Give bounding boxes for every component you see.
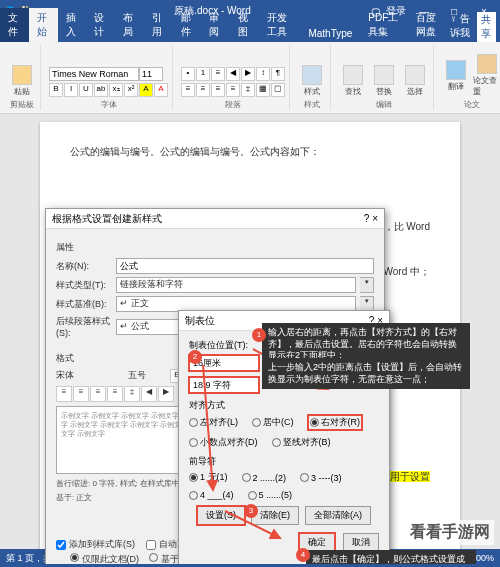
type-label: 样式类型(T): xyxy=(56,279,112,292)
align-decimal-radio[interactable]: 小数点对齐(D) xyxy=(189,436,258,449)
type-select[interactable]: 链接段落和字符 xyxy=(116,277,356,293)
group-clipboard: 粘贴 剪贴板 xyxy=(4,45,41,110)
group-editing: 查找 替换 选择 编辑 xyxy=(335,45,434,110)
set-button[interactable]: 设置(S) xyxy=(197,506,245,525)
line-spacing-button[interactable]: ‡ xyxy=(241,83,255,97)
annotation-badge-4: 4 xyxy=(296,548,310,562)
add-to-gallery-checkbox[interactable] xyxy=(56,540,66,550)
font-name-select[interactable] xyxy=(49,67,139,81)
multilevel-button[interactable]: ≡ xyxy=(211,67,225,81)
numbering-button[interactable]: 1 xyxy=(196,67,210,81)
indent-dec-button[interactable]: ◀ xyxy=(226,67,240,81)
group-styles: 样式 样式 xyxy=(294,45,331,110)
align-center-button[interactable]: ≡ xyxy=(196,83,210,97)
callout-2: 上一步输入2中的距离点击【设置】后，会自动转换显示为制表位字符，无需在意这一点； xyxy=(262,358,470,389)
tab-review[interactable]: 审阅 xyxy=(201,8,230,42)
follow-label: 后续段落样式(S): xyxy=(56,315,112,338)
translate-button[interactable]: 翻译 xyxy=(442,60,470,92)
show-marks-button[interactable]: ¶ xyxy=(271,67,285,81)
leader-1-radio[interactable]: 1 无(1) xyxy=(189,471,228,484)
indent-inc-button[interactable]: ▶ xyxy=(241,67,255,81)
bold-button[interactable]: B xyxy=(49,83,63,97)
tab-insert[interactable]: 插入 xyxy=(58,8,87,42)
tab-mailings[interactable]: 邮件 xyxy=(173,8,202,42)
body-text-line: 公式的编辑与编号。公式的编辑与编号。公式内容如下： xyxy=(70,144,430,159)
select-icon xyxy=(405,65,425,85)
group-extra: 翻译 论文查重 论文 xyxy=(438,45,500,110)
styles-button[interactable]: 样式 xyxy=(298,65,326,97)
format-line-space[interactable]: ‡ xyxy=(124,386,140,402)
tab-developer[interactable]: 开发工具 xyxy=(259,8,301,42)
lunwen-button[interactable]: 论文查重 xyxy=(473,54,500,97)
auto-update-checkbox[interactable] xyxy=(146,540,156,550)
document-area: 公式的编辑与编号。公式的编辑与编号。公式内容如下： 式编辑器，比 Word 在 … xyxy=(0,114,500,564)
shading-button[interactable]: ▦ xyxy=(256,83,270,97)
select-button[interactable]: 选择 xyxy=(401,65,429,97)
align-right-button[interactable]: ≡ xyxy=(211,83,225,97)
format-align-left[interactable]: ≡ xyxy=(56,386,72,402)
font-size-select[interactable] xyxy=(139,67,163,81)
leader-group-label: 前导符 xyxy=(189,455,379,468)
borders-button[interactable]: ▢ xyxy=(271,83,285,97)
type-dropdown-icon[interactable]: ▾ xyxy=(360,277,374,293)
sort-button[interactable]: ↕ xyxy=(256,67,270,81)
underline-button[interactable]: U xyxy=(79,83,93,97)
sup-button[interactable]: x² xyxy=(124,83,138,97)
clear-all-button[interactable]: 全部清除(A) xyxy=(305,506,371,525)
align-left-radio[interactable]: 左对齐(L) xyxy=(189,415,238,430)
tab-layout[interactable]: 布局 xyxy=(115,8,144,42)
format-align-center[interactable]: ≡ xyxy=(73,386,89,402)
bullets-button[interactable]: • xyxy=(181,67,195,81)
align-center-radio[interactable]: 居中(C) xyxy=(252,415,294,430)
strike-button[interactable]: ab xyxy=(94,83,108,97)
leader-4-radio[interactable]: 4 ___(4) xyxy=(189,490,234,500)
tab-file[interactable]: 文件 xyxy=(0,8,29,42)
paste-icon xyxy=(12,65,32,85)
format-align-right[interactable]: ≡ xyxy=(90,386,106,402)
dialog1-titlebar[interactable]: 根据格式设置创建新样式 ? × xyxy=(46,209,384,229)
translate-icon xyxy=(446,60,466,80)
italic-button[interactable]: I xyxy=(64,83,78,97)
sub-button[interactable]: x₂ xyxy=(109,83,123,97)
tab-baidu[interactable]: 百度网盘 xyxy=(408,8,450,42)
dialog1-title: 根据格式设置创建新样式 xyxy=(52,212,162,226)
find-icon xyxy=(343,65,363,85)
font-color-button[interactable]: A xyxy=(154,83,168,97)
find-button[interactable]: 查找 xyxy=(339,65,367,97)
callout-3: 最后点击【确定】，则公式格式设置成功； xyxy=(306,550,476,564)
dialog1-help-icon[interactable]: ? × xyxy=(364,213,378,224)
leader-2-radio[interactable]: 2 ......(2) xyxy=(242,471,287,484)
replace-button[interactable]: 替换 xyxy=(370,65,398,97)
tell-me[interactable]: ♀ 告诉我 xyxy=(450,12,473,42)
tab-view[interactable]: 视图 xyxy=(230,8,259,42)
paste-button[interactable]: 粘贴 xyxy=(8,65,36,97)
watermark: 看看手游网 xyxy=(406,520,494,545)
styles-icon xyxy=(302,65,322,85)
dialog2-title: 制表位 xyxy=(185,314,215,328)
only-doc-radio[interactable]: 仅限此文档(D) xyxy=(70,553,139,564)
format-indent-dec[interactable]: ◀ xyxy=(141,386,157,402)
highlight-button[interactable]: A xyxy=(139,83,153,97)
align-bar-radio[interactable]: 竖线对齐(B) xyxy=(272,436,331,449)
tab-references[interactable]: 引用 xyxy=(144,8,173,42)
leader-5-radio[interactable]: 5 ......(5) xyxy=(248,490,293,500)
name-input[interactable] xyxy=(116,258,374,274)
format-indent-inc[interactable]: ▶ xyxy=(158,386,174,402)
leader-3-radio[interactable]: 3 ----(3) xyxy=(300,471,342,484)
tab-home[interactable]: 开始 xyxy=(29,8,58,42)
format-size-select[interactable]: 五号 xyxy=(128,369,168,383)
lunwen-icon xyxy=(477,54,497,74)
clear-button[interactable]: 清除(E) xyxy=(251,506,299,525)
format-justify[interactable]: ≡ xyxy=(107,386,123,402)
annotation-badge-1: 1 xyxy=(252,328,266,342)
tab-pdf[interactable]: PDF工具集 xyxy=(360,8,408,42)
format-font-select[interactable]: 宋体 xyxy=(56,369,126,383)
justify-button[interactable]: ≡ xyxy=(226,83,240,97)
align-left-button[interactable]: ≡ xyxy=(181,83,195,97)
tab-design[interactable]: 设计 xyxy=(86,8,115,42)
share-button[interactable]: 共享 xyxy=(477,12,496,42)
ribbon-tabs: 文件 开始 插入 设计 布局 引用 邮件 审阅 视图 开发工具 MathType… xyxy=(0,22,500,42)
align-right-radio[interactable]: 右对齐(R) xyxy=(308,415,363,430)
tab-mathtype[interactable]: MathType xyxy=(300,25,360,42)
tabpos-list[interactable]: 18.9 字符 xyxy=(189,377,259,393)
